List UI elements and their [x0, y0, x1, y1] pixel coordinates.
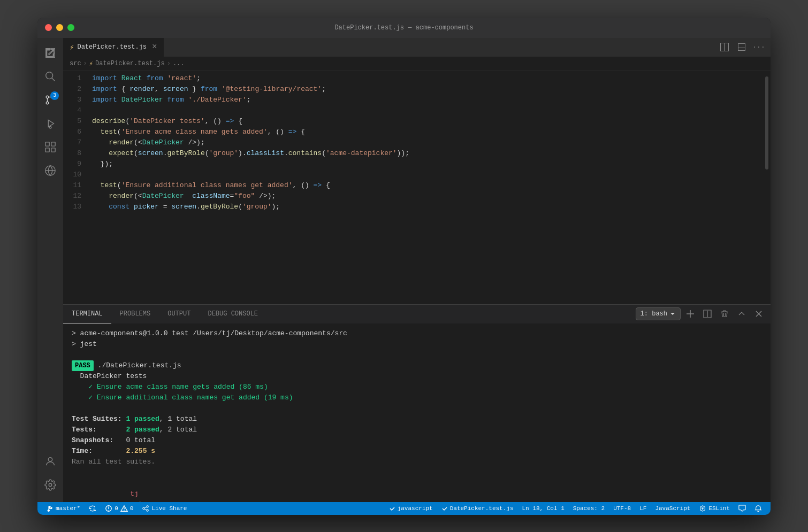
terminal-line: Ran all test suites. [72, 457, 762, 467]
tab-debug-console[interactable]: DEBUG CONSOLE [199, 305, 266, 323]
tab-terminal[interactable]: TERMINAL [63, 305, 111, 323]
trash-icon [720, 310, 729, 318]
tab-file-icon: ⚡ [70, 43, 74, 52]
code-line: import React from 'react'; [90, 73, 763, 84]
file-check-label: DatePicker.test.js [450, 505, 514, 512]
code-line: import { render, screen } from '@testing… [90, 84, 763, 95]
sidebar-item-account[interactable] [40, 451, 61, 472]
code-line: test('Ensure acme class name gets added'… [90, 127, 763, 137]
status-feedback[interactable] [734, 502, 750, 515]
kill-terminal-button[interactable] [717, 306, 732, 321]
language-label: JavaScript [655, 505, 690, 512]
svg-point-6 [49, 126, 51, 128]
maximize-button[interactable] [67, 24, 74, 31]
add-terminal-button[interactable] [683, 306, 698, 321]
status-encoding[interactable]: UTF-8 [609, 502, 635, 515]
bell-icon [754, 505, 762, 512]
tab-output[interactable]: OUTPUT [159, 305, 199, 323]
breadcrumb-file-icon: ⚡ [89, 60, 93, 68]
check-icon [389, 505, 395, 512]
terminal-line: ✓ Ensure additional class names get adde… [72, 392, 762, 403]
minimize-button[interactable] [56, 24, 63, 31]
titlebar: DatePicker.test.js — acme-components [37, 18, 771, 38]
svg-point-15 [143, 507, 145, 510]
shell-selector[interactable]: 1: bash [636, 307, 681, 320]
terminal-line: > acme-components@1.0.0 test /Users/tj/D… [72, 328, 762, 339]
terminal-line [72, 403, 762, 414]
code-editor[interactable]: 12345 678910 111213 import React from 'r… [63, 71, 771, 304]
sidebar-item-source-control[interactable]: 3 [40, 89, 61, 111]
terminal-line: Tests: 2 passed, 2 total [72, 425, 762, 435]
git-branch-icon [46, 505, 54, 512]
split-terminal-button[interactable] [700, 306, 715, 321]
error-count: 0 [115, 505, 118, 512]
status-cursor[interactable]: Ln 18, Col 1 [518, 502, 569, 515]
tab-label: DatePicker.test.js [77, 43, 147, 51]
window-title: DatePicker.test.js — acme-components [334, 24, 473, 32]
status-notifications[interactable] [750, 502, 766, 515]
terminal-line [72, 467, 762, 478]
status-eslint[interactable]: ESLint [695, 502, 734, 515]
tab-bar: ⚡ DatePicker.test.js × ··· [63, 38, 771, 57]
status-line-ending[interactable]: LF [635, 502, 651, 515]
status-spaces[interactable]: Spaces: 2 [569, 502, 609, 515]
tab-datepicker-test[interactable]: ⚡ DatePicker.test.js × [63, 38, 164, 57]
status-language[interactable]: JavaScript [651, 502, 695, 515]
sidebar-item-run-debug[interactable] [40, 113, 61, 134]
terminal-line [72, 350, 762, 360]
cursor-position: Ln 18, Col 1 [522, 505, 565, 512]
warning-icon [120, 505, 128, 512]
status-bar: master* 0 0 Live Share javascript DatePi… [37, 502, 771, 515]
tab-problems[interactable]: PROBLEMS [111, 305, 159, 323]
close-panel-button[interactable] [751, 306, 766, 321]
code-line: render(<DatePicker className="foo" />); [90, 191, 763, 202]
close-button[interactable] [45, 24, 52, 31]
sidebar-item-search[interactable] [40, 66, 61, 87]
breadcrumb-symbol[interactable]: ... [173, 60, 185, 67]
terminal-line: Test Suites: 1 passed, 1 total [72, 414, 762, 425]
status-live-share[interactable]: Live Share [138, 502, 191, 515]
line-numbers: 12345 678910 111213 [63, 71, 90, 304]
sidebar-item-settings[interactable] [40, 474, 61, 496]
editor-scrollbar[interactable] [763, 71, 771, 304]
sidebar-item-remote[interactable] [40, 160, 61, 181]
terminal-line: Time: 2.255 s [72, 446, 762, 457]
code-line: }); [90, 159, 763, 169]
code-line: const picker = screen.getByRole('group')… [90, 202, 763, 212]
error-icon [105, 505, 112, 512]
code-content[interactable]: import React from 'react'; import { rend… [90, 71, 763, 304]
svg-point-16 [147, 509, 149, 511]
code-line [90, 169, 763, 180]
sidebar-item-extensions[interactable] [40, 136, 61, 158]
svg-point-3 [46, 96, 49, 98]
more-actions-button[interactable]: ··· [751, 40, 766, 55]
branch-name: master* [56, 505, 80, 512]
status-language-check[interactable]: javascript [385, 502, 437, 515]
sidebar-item-explorer[interactable] [40, 42, 61, 64]
terminal-line: ✓ Ensure acme class name gets added (86 … [72, 382, 762, 392]
terminal-content[interactable]: > acme-components@1.0.0 test /Users/tj/D… [63, 324, 771, 502]
tab-close-button[interactable]: × [152, 43, 157, 51]
toggle-panel-button[interactable] [734, 40, 749, 55]
svg-rect-7 [45, 142, 49, 145]
terminal-tabs: TERMINAL PROBLEMS OUTPUT DEBUG CONSOLE 1… [63, 305, 771, 324]
status-errors[interactable]: 0 0 [101, 502, 138, 515]
terminal-section: TERMINAL PROBLEMS OUTPUT DEBUG CONSOLE 1… [63, 304, 771, 502]
breadcrumb-src[interactable]: src [70, 60, 81, 67]
split-icon [703, 310, 712, 318]
plus-icon [686, 310, 695, 318]
language-check-label: javascript [398, 505, 433, 512]
maximize-panel-button[interactable] [734, 306, 749, 321]
split-editor-button[interactable] [717, 40, 732, 55]
close-icon [754, 310, 763, 318]
status-file-check[interactable]: DatePicker.test.js [437, 502, 518, 515]
status-sync[interactable] [85, 502, 101, 515]
svg-rect-9 [45, 148, 49, 151]
terminal-prompt-line: tj at MCWFHVANTOLL1 in ~/Desktop/acme-co… [72, 478, 762, 502]
breadcrumb-file[interactable]: DatePicker.test.js [95, 60, 165, 67]
traffic-lights [45, 24, 74, 31]
source-control-badge: 3 [50, 91, 59, 100]
status-branch[interactable]: master* [42, 502, 85, 515]
svg-point-14 [147, 505, 149, 507]
svg-line-2 [52, 78, 55, 81]
